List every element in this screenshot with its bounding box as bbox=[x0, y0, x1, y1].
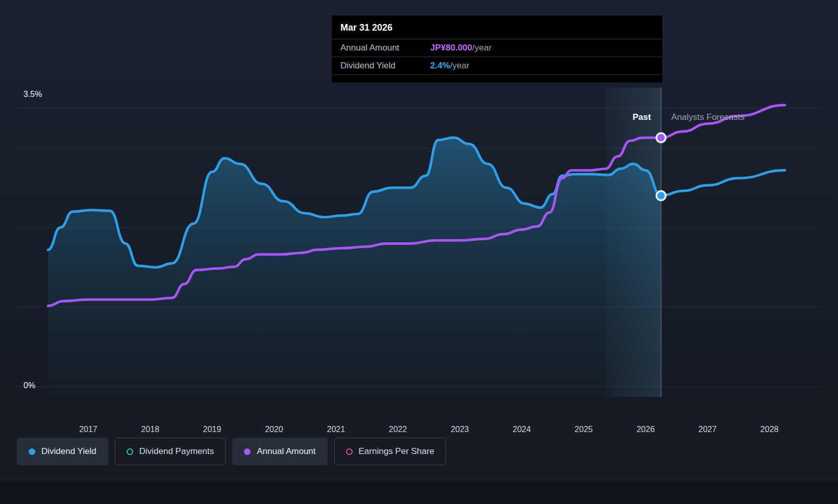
legend-item-label: Dividend Yield bbox=[41, 446, 96, 457]
y-axis-max-label: 3.5% bbox=[23, 90, 42, 99]
legend-item-dividend-payments[interactable]: Dividend Payments bbox=[115, 438, 226, 465]
dividend-history-chart: 3.5% 0% Past Analysts Forecasts 20172018… bbox=[0, 0, 838, 504]
x-axis-label-2027: 2027 bbox=[687, 425, 728, 434]
dividend-yield-marker[interactable] bbox=[656, 191, 666, 200]
x-axis-label-2020: 2020 bbox=[254, 425, 294, 434]
tooltip-row-label: Annual Amount bbox=[340, 43, 430, 53]
legend-item-dividend-yield[interactable]: Dividend Yield bbox=[17, 438, 108, 465]
tooltip-date: Mar 31 2026 bbox=[332, 16, 662, 39]
filled-circle-icon bbox=[29, 448, 35, 455]
legend-item-annual-amount[interactable]: Annual Amount bbox=[232, 438, 327, 465]
dividend-yield-area bbox=[48, 138, 661, 397]
tooltip-row-value-group: JP¥80.000/year bbox=[430, 43, 491, 53]
legend-item-label: Dividend Payments bbox=[139, 446, 214, 457]
x-axis-label-2026: 2026 bbox=[625, 425, 666, 434]
x-axis-label-2025: 2025 bbox=[563, 425, 604, 434]
annual-amount-marker[interactable] bbox=[656, 133, 666, 142]
tooltip-row-label: Dividend Yield bbox=[340, 61, 430, 71]
x-axis-label-2017: 2017 bbox=[68, 425, 109, 434]
dividend-yield-line-forecast bbox=[661, 170, 785, 196]
tooltip-row-value-group: 2.4%/year bbox=[430, 61, 470, 71]
bottom-bar bbox=[0, 481, 838, 504]
open-circle-icon bbox=[127, 448, 133, 455]
y-axis-min-label: 0% bbox=[23, 381, 35, 390]
tooltip-annual-amount-value: JP¥80.000 bbox=[430, 43, 472, 53]
forecast-section-label: Analysts Forecasts bbox=[671, 112, 745, 122]
tooltip-row-dividend-yield: Dividend Yield 2.4%/year bbox=[332, 57, 662, 75]
x-axis-label-2019: 2019 bbox=[192, 425, 233, 434]
legend-item-label: Earnings Per Share bbox=[359, 446, 434, 457]
filled-circle-icon bbox=[244, 448, 251, 455]
plot-region: 3.5% 0% Past Analysts Forecasts 20172018… bbox=[0, 0, 838, 422]
chart-legend: Dividend YieldDividend PaymentsAnnual Am… bbox=[17, 438, 446, 465]
x-axis-label-2028: 2028 bbox=[749, 425, 790, 434]
x-axis-label-2021: 2021 bbox=[315, 425, 356, 434]
legend-item-earnings-per-share[interactable]: Earnings Per Share bbox=[334, 438, 446, 465]
chart-tooltip: Mar 31 2026 Annual Amount JP¥80.000/year… bbox=[332, 15, 662, 83]
past-section-label: Past bbox=[604, 112, 651, 122]
x-axis-label-2024: 2024 bbox=[501, 425, 542, 434]
tooltip-row-suffix: /year bbox=[450, 61, 470, 70]
tooltip-row-annual-amount: Annual Amount JP¥80.000/year bbox=[332, 39, 662, 57]
legend-item-label: Annual Amount bbox=[257, 446, 315, 457]
tooltip-dividend-yield-value: 2.4% bbox=[430, 61, 450, 70]
tooltip-row-suffix: /year bbox=[472, 43, 491, 53]
open-circle-icon bbox=[346, 448, 353, 455]
x-axis-label-2023: 2023 bbox=[439, 425, 480, 434]
x-axis: 2017201820192020202120222023202420252026… bbox=[0, 425, 838, 437]
x-axis-label-2018: 2018 bbox=[130, 425, 170, 434]
x-axis-label-2022: 2022 bbox=[378, 425, 418, 434]
